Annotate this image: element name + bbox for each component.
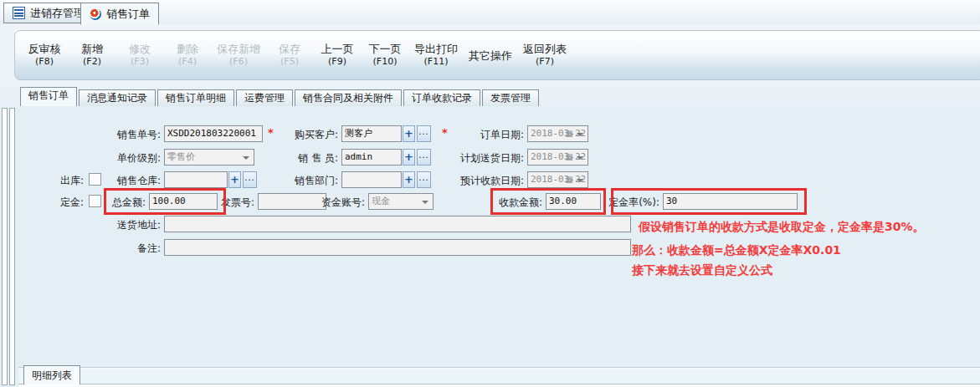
left-splitter-bar-1[interactable] — [2, 108, 8, 385]
highlight-box-receipt-amount — [490, 188, 606, 215]
page-tab-3[interactable]: 运费管理 — [236, 89, 293, 106]
fund-account-label: 资金账号: — [273, 196, 365, 210]
salesman-label: 销 售 员: — [246, 151, 338, 165]
salesman-browse-button[interactable]: ... — [417, 149, 431, 165]
remark-input[interactable] — [164, 239, 631, 256]
delivery-address-input[interactable] — [164, 216, 631, 232]
mdi-tab-label: 销售订单 — [106, 7, 150, 22]
expected-receipt-date-picker: 2018-03-22 ▦ — [527, 171, 588, 188]
buyer-browse-button[interactable]: ... — [417, 125, 431, 142]
sales-dept-input[interactable] — [341, 171, 402, 188]
page-tab-1[interactable]: 消息通知记录 — [79, 89, 156, 106]
calendar-icon: ▦ — [566, 153, 573, 161]
left-splitter-bar-2[interactable] — [9, 108, 15, 385]
detail-list-tab[interactable]: 明细列表 — [23, 365, 80, 384]
calendar-icon: ▦ — [566, 176, 573, 184]
order-date-picker: 2018-03-22 ▦ — [527, 125, 588, 142]
highlight-box-total-amount — [104, 188, 226, 215]
calendar-icon: ▦ — [566, 130, 573, 138]
sales-dept-add-button[interactable]: + — [403, 171, 415, 188]
page-tab-6[interactable]: 发票管理 — [482, 89, 539, 106]
mdi-tab-label: 进销存管理 — [30, 6, 85, 21]
fund-account-select: 现金 — [368, 193, 434, 210]
warehouse-input[interactable] — [164, 171, 228, 188]
toolbar-button-5: 保存(F5) — [267, 41, 312, 69]
toolbar-button-8[interactable]: 导出打印(F11) — [410, 41, 462, 69]
toolbar-button-10[interactable]: 返回列表(F7) — [519, 41, 571, 69]
toolbar-button-7[interactable]: 下一页(F10) — [362, 41, 408, 69]
remark-label: 备注: — [69, 242, 161, 256]
sales-order-window: 进销存管理 销售订单 反审核(F8)新增(F2)修改(F3)删除(F4)保存新增… — [0, 0, 980, 387]
expected-receipt-date-label: 预计收款日期: — [432, 174, 524, 188]
page-tab-0[interactable]: 销售订单 — [20, 87, 77, 106]
toolbar-button-0[interactable]: 反审核(F8) — [22, 41, 67, 69]
chevron-down-icon — [577, 133, 583, 136]
warehouse-add-button[interactable]: + — [228, 171, 241, 188]
chevron-down-icon — [577, 156, 583, 160]
detail-toolbar: 扫码 选择删除Excel导入另存为Excel拆分定位 — [18, 384, 980, 387]
sale-no-label: 销售单号: — [69, 128, 161, 142]
price-level-label: 单价级别: — [69, 151, 161, 165]
page-tab-2[interactable]: 销售订单明细 — [157, 89, 234, 106]
annotation-line-3: 接下来就去设置自定义公式 — [632, 263, 772, 278]
annotation-line-2: 那么：收款金额=总金额X定金率X0.01 — [632, 243, 841, 258]
toolbar-button-3: 删除(F4) — [165, 41, 210, 69]
highlight-box-deposit-rate — [611, 188, 807, 215]
page-tab-4[interactable]: 销售合同及相关附件 — [295, 89, 402, 106]
toolbar-button-2: 修改(F3) — [117, 41, 162, 69]
annotation-line-1: 假设销售订单的收款方式是收取定金，定金率是30%。 — [639, 220, 925, 235]
price-level-select: 零售价 — [164, 149, 254, 165]
planned-delivery-date-picker: 2018-03-22 ▦ — [527, 149, 588, 165]
mdi-tab-bar: 进销存管理 销售订单 — [0, 0, 980, 25]
page-tab-5[interactable]: 订单收款记录 — [403, 89, 480, 106]
salesman-add-button[interactable]: + — [403, 149, 415, 165]
buyer-input[interactable]: 测客户 — [341, 125, 402, 142]
toolbar-zone: 反审核(F8)新增(F2)修改(F3)删除(F4)保存新增(F6)保存(F5)上… — [0, 24, 980, 86]
chevron-down-icon — [422, 201, 428, 204]
buyer-add-button[interactable]: + — [403, 125, 415, 142]
list-icon — [13, 7, 25, 19]
toolbar: 反审核(F8)新增(F2)修改(F3)删除(F4)保存新增(F6)保存(F5)上… — [14, 30, 980, 80]
page-tab-strip: 销售订单消息通知记录销售订单明细运费管理销售合同及相关附件订单收款记录发票管理 — [0, 86, 980, 107]
delivery-address-label: 送货地址: — [69, 218, 161, 232]
toolbar-button-4: 保存新增(F6) — [213, 41, 264, 69]
mdi-tab-sales-order[interactable]: 销售订单 — [80, 3, 159, 25]
buyer-label: 购买客户: — [246, 128, 338, 142]
toolbar-button-6[interactable]: 上一页(F9) — [315, 41, 360, 69]
toolbar-button-1[interactable]: 新增(F2) — [69, 41, 115, 69]
toolbar-button-9[interactable]: 其它操作 — [464, 48, 516, 64]
chevron-down-icon — [577, 179, 583, 182]
warehouse-label: 销售仓库: — [69, 174, 161, 188]
sales-dept-label: 销售部门: — [246, 174, 338, 188]
planned-delivery-date-label: 计划送货日期: — [432, 151, 524, 165]
salesman-input[interactable]: admin — [341, 149, 402, 165]
panel-divider — [18, 367, 980, 368]
eye-icon — [90, 8, 101, 20]
sales-dept-browse-button[interactable]: ... — [417, 171, 431, 188]
content-area: 销售单号: XSDD201803220001 * 购买客户: 测客户 + ...… — [0, 106, 980, 387]
order-date-label: 订单日期: — [432, 128, 524, 142]
